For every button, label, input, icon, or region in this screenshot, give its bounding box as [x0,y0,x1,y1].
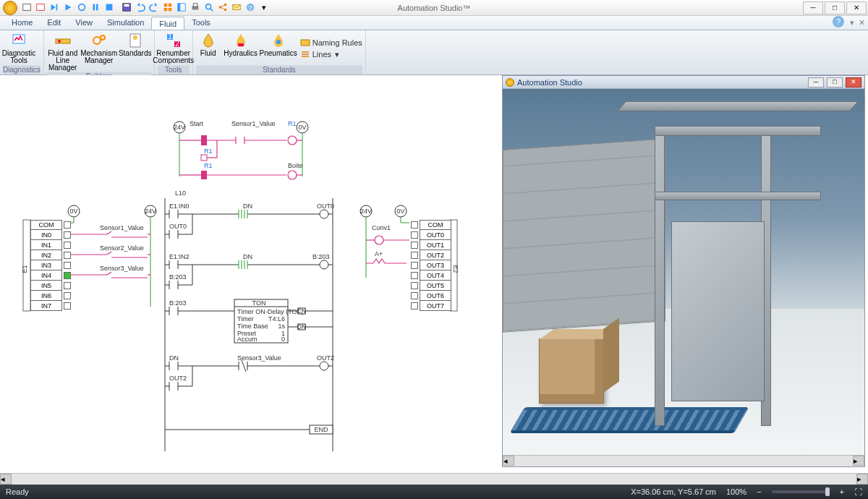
qat-save-icon[interactable] [120,1,133,13]
qat-print-icon[interactable] [189,1,202,13]
svg-text:Time Base: Time Base [237,323,268,330]
svg-text:E1:IN2: E1:IN2 [169,253,190,260]
mechanism-manager-button[interactable]: Mechanism Manager [83,32,115,72]
workspace-hscroll[interactable]: ◂▸ [0,473,868,485]
qat-redo-icon[interactable] [148,1,161,13]
tab-edit[interactable]: Edit [40,16,68,30]
svg-rect-5 [96,4,98,11]
ribbon-group-standards: Fluid Hydraulics Pneumatics Naming Rules… [193,30,366,74]
3d-panel-close-button[interactable]: ✕ [846,77,861,88]
out-row: OUT3 [420,260,451,270]
svg-text:1: 1 [168,32,172,40]
ribbon-help-icon[interactable]: ? [833,16,844,27]
out-led [411,272,418,279]
scroll-right-icon[interactable]: ▸ [853,456,864,466]
3d-panel-titlebar[interactable]: Automation Studio ─ □ ✕ [503,76,864,89]
svg-text:Start: Start [190,120,204,127]
zoom-in-button[interactable]: + [840,487,844,496]
scroll-left-icon[interactable]: ◂ [0,474,12,485]
minimize-button[interactable]: ─ [803,1,823,14]
output-card[interactable]: COM OUT0 OUT1 OUT2 OUT3 OUT4 OUT5 OUT6 O… [409,220,451,311]
ribbon-group-standards-label: Standards [196,65,362,74]
svg-text:B:203: B:203 [169,299,187,307]
qat-play-icon[interactable] [61,1,75,13]
svg-text:E1:IN0: E1:IN0 [169,202,190,210]
svg-rect-38 [301,40,310,46]
fluid-std-button[interactable]: Fluid [196,32,221,65]
qat-grid-icon[interactable] [161,1,174,13]
input-card[interactable]: COM IN0 IN1 IN2 IN3 IN4 IN5 IN6 IN7 [30,220,72,311]
close-button[interactable]: ✕ [846,1,867,14]
diagnostic-tools-button[interactable]: Diagnostic Tools [3,32,35,65]
svg-text:R1: R1 [288,120,297,127]
zoom-slider[interactable] [772,490,830,493]
svg-line-120 [242,360,246,372]
ribbon-close-icon[interactable]: ✕ [859,18,865,27]
qat-slow-icon[interactable] [75,1,88,13]
status-ready: Ready [6,487,29,496]
3d-viewport[interactable] [503,89,864,455]
in-row: IN0 [30,230,62,240]
qat-mail-icon[interactable] [230,1,243,13]
zoom-out-button[interactable]: − [757,487,761,496]
scroll-right-icon[interactable]: ▸ [856,474,868,485]
in-row: IN1 [30,240,62,250]
lines-button[interactable]: Lines▾ [300,49,362,59]
svg-text:OUT0: OUT0 [317,202,334,210]
qat-normal-icon[interactable] [20,1,33,13]
3d-panel-maximize-button[interactable]: □ [827,77,843,88]
svg-text:Timer ON-Delay (TON): Timer ON-Delay (TON) [237,308,304,315]
scroll-left-icon[interactable]: ◂ [503,456,514,466]
fluid-line-manager-button[interactable]: Fluid and Line Manager [47,32,79,72]
renumber-components-button[interactable]: 12 Renumber Components [158,32,190,65]
naming-rules-label: Naming Rules [312,38,362,47]
in-row: IN7 [30,301,62,311]
in-row: IN3 [30,260,62,270]
standards-button[interactable]: Standards [119,32,151,72]
out-row: OUT0 [420,230,451,240]
svg-rect-16 [193,4,197,7]
ribbon-collapse-icon[interactable]: ▾ [850,18,854,27]
out-row: OUT6 [420,291,451,301]
tab-fluid[interactable]: Fluid [151,17,184,30]
svg-text:Conv1: Conv1 [372,224,391,231]
svg-rect-55 [201,155,207,161]
hydraulics-std-button[interactable]: Hydraulics [225,32,257,65]
qat-dropdown-icon[interactable]: ▾ [258,1,271,13]
svg-point-94 [320,260,328,269]
qat-pause-icon[interactable] [89,1,102,13]
tab-simulation[interactable]: Simulation [100,16,151,30]
svg-rect-47 [201,135,207,145]
qat-panel-icon[interactable] [175,1,188,13]
maximize-button[interactable]: □ [825,1,845,14]
qat-share-icon[interactable] [216,1,229,13]
diagnostic-tools-label: Diagnostic Tools [2,50,36,64]
svg-text:DN: DN [169,354,179,362]
qat-undo-icon[interactable] [134,1,147,13]
tab-view[interactable]: View [68,16,100,30]
3d-panel-minimize-button[interactable]: ─ [808,77,824,88]
qat-help-icon[interactable]: ? [244,1,257,13]
status-bar: Ready X=36.06 cm, Y=5.67 cm 100% − + ⛶ [0,485,868,499]
qat-stop-icon[interactable] [103,1,116,13]
svg-rect-6 [106,4,113,11]
svg-rect-4 [93,4,95,11]
out-row: OUT4 [420,270,451,281]
qat-step-icon[interactable] [48,1,61,13]
qat-paused-icon[interactable] [34,1,47,13]
tab-home[interactable]: Home [4,16,40,30]
pneumatics-std-button[interactable]: Pneumatics [261,32,296,65]
svg-point-27 [58,40,61,43]
status-zoom: 100% [726,487,746,496]
out-led [411,302,418,310]
out-led [411,252,418,259]
fluid-line-label: Fluid and Line Manager [47,50,79,72]
in-row: IN4 [30,270,62,281]
qat-zoom-icon[interactable] [203,1,216,13]
3d-panel-hscroll[interactable]: ◂▸ [503,455,864,466]
out-com: COM [420,220,451,230]
status-expand-icon[interactable]: ⛶ [854,487,862,496]
naming-rules-button[interactable]: Naming Rules [300,38,362,48]
tab-tools[interactable]: Tools [184,16,218,30]
in-com: COM [30,220,62,230]
